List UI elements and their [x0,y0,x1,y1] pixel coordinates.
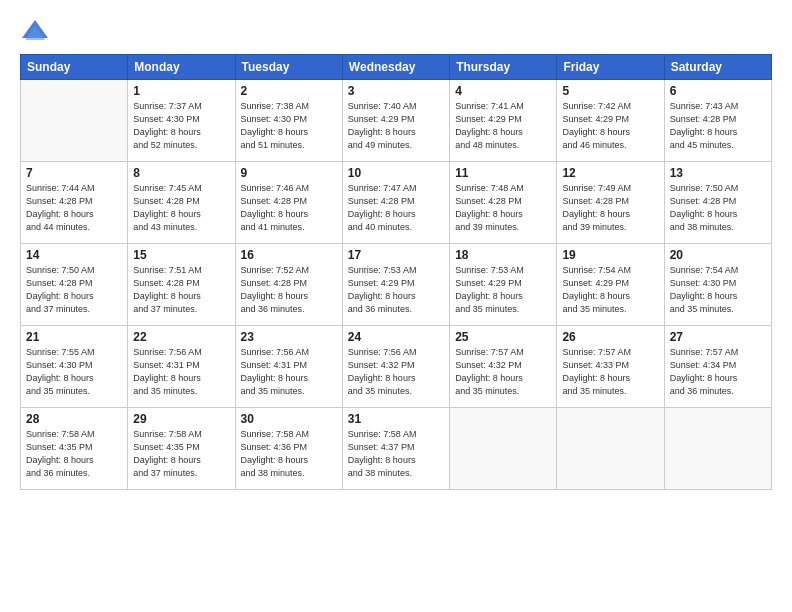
calendar-week-row: 21Sunrise: 7:55 AM Sunset: 4:30 PM Dayli… [21,326,772,408]
calendar-cell: 24Sunrise: 7:56 AM Sunset: 4:32 PM Dayli… [342,326,449,408]
day-number: 27 [670,330,766,344]
calendar-cell: 8Sunrise: 7:45 AM Sunset: 4:28 PM Daylig… [128,162,235,244]
day-info: Sunrise: 7:53 AM Sunset: 4:29 PM Dayligh… [348,264,444,316]
day-number: 8 [133,166,229,180]
calendar-header-row: SundayMondayTuesdayWednesdayThursdayFrid… [21,55,772,80]
calendar-cell: 5Sunrise: 7:42 AM Sunset: 4:29 PM Daylig… [557,80,664,162]
calendar-cell: 28Sunrise: 7:58 AM Sunset: 4:35 PM Dayli… [21,408,128,490]
calendar-cell: 21Sunrise: 7:55 AM Sunset: 4:30 PM Dayli… [21,326,128,408]
day-number: 18 [455,248,551,262]
day-number: 21 [26,330,122,344]
day-info: Sunrise: 7:41 AM Sunset: 4:29 PM Dayligh… [455,100,551,152]
day-info: Sunrise: 7:58 AM Sunset: 4:35 PM Dayligh… [26,428,122,480]
day-info: Sunrise: 7:50 AM Sunset: 4:28 PM Dayligh… [670,182,766,234]
day-info: Sunrise: 7:57 AM Sunset: 4:34 PM Dayligh… [670,346,766,398]
day-info: Sunrise: 7:55 AM Sunset: 4:30 PM Dayligh… [26,346,122,398]
calendar-cell: 16Sunrise: 7:52 AM Sunset: 4:28 PM Dayli… [235,244,342,326]
day-number: 22 [133,330,229,344]
day-number: 1 [133,84,229,98]
day-info: Sunrise: 7:54 AM Sunset: 4:30 PM Dayligh… [670,264,766,316]
header [20,18,772,46]
weekday-header: Tuesday [235,55,342,80]
day-info: Sunrise: 7:46 AM Sunset: 4:28 PM Dayligh… [241,182,337,234]
day-number: 28 [26,412,122,426]
day-info: Sunrise: 7:56 AM Sunset: 4:31 PM Dayligh… [241,346,337,398]
day-info: Sunrise: 7:58 AM Sunset: 4:35 PM Dayligh… [133,428,229,480]
day-number: 30 [241,412,337,426]
day-number: 9 [241,166,337,180]
calendar-cell [450,408,557,490]
day-info: Sunrise: 7:57 AM Sunset: 4:33 PM Dayligh… [562,346,658,398]
calendar-cell: 22Sunrise: 7:56 AM Sunset: 4:31 PM Dayli… [128,326,235,408]
weekday-header: Thursday [450,55,557,80]
day-info: Sunrise: 7:51 AM Sunset: 4:28 PM Dayligh… [133,264,229,316]
calendar-cell: 13Sunrise: 7:50 AM Sunset: 4:28 PM Dayli… [664,162,771,244]
day-info: Sunrise: 7:43 AM Sunset: 4:28 PM Dayligh… [670,100,766,152]
page-container: SundayMondayTuesdayWednesdayThursdayFrid… [0,0,792,500]
calendar-cell: 9Sunrise: 7:46 AM Sunset: 4:28 PM Daylig… [235,162,342,244]
day-number: 19 [562,248,658,262]
day-info: Sunrise: 7:58 AM Sunset: 4:37 PM Dayligh… [348,428,444,480]
calendar-table: SundayMondayTuesdayWednesdayThursdayFrid… [20,54,772,490]
day-number: 13 [670,166,766,180]
calendar-cell: 25Sunrise: 7:57 AM Sunset: 4:32 PM Dayli… [450,326,557,408]
calendar-cell: 20Sunrise: 7:54 AM Sunset: 4:30 PM Dayli… [664,244,771,326]
calendar-cell [557,408,664,490]
day-info: Sunrise: 7:45 AM Sunset: 4:28 PM Dayligh… [133,182,229,234]
day-number: 17 [348,248,444,262]
day-number: 10 [348,166,444,180]
calendar-cell: 31Sunrise: 7:58 AM Sunset: 4:37 PM Dayli… [342,408,449,490]
day-info: Sunrise: 7:54 AM Sunset: 4:29 PM Dayligh… [562,264,658,316]
calendar-cell: 15Sunrise: 7:51 AM Sunset: 4:28 PM Dayli… [128,244,235,326]
calendar-cell [664,408,771,490]
weekday-header: Saturday [664,55,771,80]
calendar-week-row: 14Sunrise: 7:50 AM Sunset: 4:28 PM Dayli… [21,244,772,326]
weekday-header: Monday [128,55,235,80]
day-number: 11 [455,166,551,180]
calendar-cell: 7Sunrise: 7:44 AM Sunset: 4:28 PM Daylig… [21,162,128,244]
calendar-cell: 19Sunrise: 7:54 AM Sunset: 4:29 PM Dayli… [557,244,664,326]
weekday-header: Sunday [21,55,128,80]
day-number: 15 [133,248,229,262]
calendar-cell: 17Sunrise: 7:53 AM Sunset: 4:29 PM Dayli… [342,244,449,326]
day-number: 25 [455,330,551,344]
day-info: Sunrise: 7:58 AM Sunset: 4:36 PM Dayligh… [241,428,337,480]
day-number: 24 [348,330,444,344]
day-info: Sunrise: 7:53 AM Sunset: 4:29 PM Dayligh… [455,264,551,316]
logo-icon [20,18,50,46]
day-info: Sunrise: 7:38 AM Sunset: 4:30 PM Dayligh… [241,100,337,152]
day-info: Sunrise: 7:50 AM Sunset: 4:28 PM Dayligh… [26,264,122,316]
calendar-cell [21,80,128,162]
day-number: 5 [562,84,658,98]
day-info: Sunrise: 7:52 AM Sunset: 4:28 PM Dayligh… [241,264,337,316]
calendar-cell: 1Sunrise: 7:37 AM Sunset: 4:30 PM Daylig… [128,80,235,162]
day-number: 23 [241,330,337,344]
calendar-cell: 27Sunrise: 7:57 AM Sunset: 4:34 PM Dayli… [664,326,771,408]
day-number: 2 [241,84,337,98]
calendar-cell: 10Sunrise: 7:47 AM Sunset: 4:28 PM Dayli… [342,162,449,244]
day-info: Sunrise: 7:48 AM Sunset: 4:28 PM Dayligh… [455,182,551,234]
day-number: 20 [670,248,766,262]
calendar-cell: 30Sunrise: 7:58 AM Sunset: 4:36 PM Dayli… [235,408,342,490]
logo [20,18,54,46]
calendar-cell: 4Sunrise: 7:41 AM Sunset: 4:29 PM Daylig… [450,80,557,162]
day-info: Sunrise: 7:44 AM Sunset: 4:28 PM Dayligh… [26,182,122,234]
calendar-cell: 29Sunrise: 7:58 AM Sunset: 4:35 PM Dayli… [128,408,235,490]
calendar-week-row: 7Sunrise: 7:44 AM Sunset: 4:28 PM Daylig… [21,162,772,244]
day-number: 14 [26,248,122,262]
calendar-cell: 12Sunrise: 7:49 AM Sunset: 4:28 PM Dayli… [557,162,664,244]
day-info: Sunrise: 7:57 AM Sunset: 4:32 PM Dayligh… [455,346,551,398]
calendar-cell: 6Sunrise: 7:43 AM Sunset: 4:28 PM Daylig… [664,80,771,162]
calendar-cell: 18Sunrise: 7:53 AM Sunset: 4:29 PM Dayli… [450,244,557,326]
calendar-cell: 11Sunrise: 7:48 AM Sunset: 4:28 PM Dayli… [450,162,557,244]
day-number: 4 [455,84,551,98]
day-info: Sunrise: 7:40 AM Sunset: 4:29 PM Dayligh… [348,100,444,152]
day-number: 31 [348,412,444,426]
day-number: 29 [133,412,229,426]
calendar-week-row: 1Sunrise: 7:37 AM Sunset: 4:30 PM Daylig… [21,80,772,162]
day-number: 7 [26,166,122,180]
weekday-header: Friday [557,55,664,80]
day-number: 16 [241,248,337,262]
calendar-week-row: 28Sunrise: 7:58 AM Sunset: 4:35 PM Dayli… [21,408,772,490]
day-number: 12 [562,166,658,180]
